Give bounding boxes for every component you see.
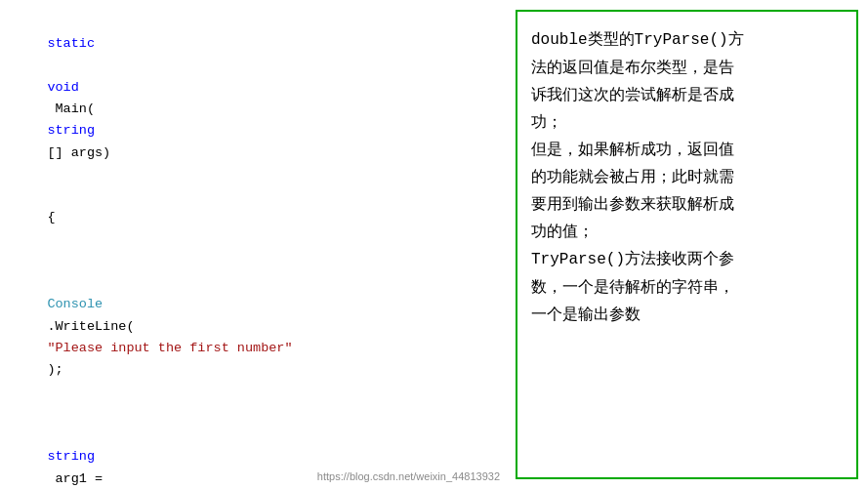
annotation-text: double类型的TryParse()方法的返回值是布尔类型，是告诉我们这次的尝… [531,30,744,322]
keyword-string: string [47,449,95,464]
string-literal: "Please input the first number" [47,341,292,355]
code-line: { [16,185,492,251]
keyword-static: static [47,36,95,51]
code-line: static void Main( string [] args) [16,12,492,185]
code-panel: static void Main( string [] args) { Cons… [0,0,508,489]
keyword-void: void [47,80,78,95]
footer-url: https://blog.csdn.net/weixin_44813932 [317,468,500,485]
annotation-panel: double类型的TryParse()方法的返回值是布尔类型，是告诉我们这次的尝… [516,10,858,479]
keyword-string: string [47,123,95,138]
code-line: Console .WriteLine( "Please input the fi… [16,251,492,403]
class-console: Console [47,297,103,311]
